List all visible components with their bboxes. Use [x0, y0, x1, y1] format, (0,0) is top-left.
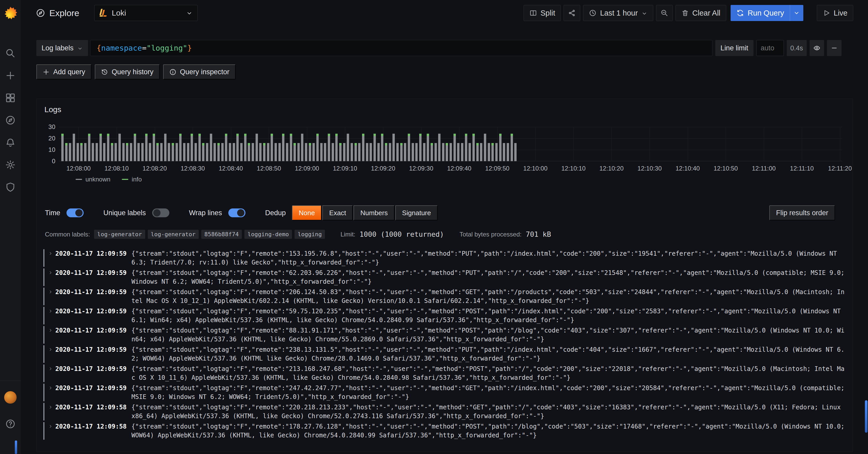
run-query-button[interactable]: Run Query — [731, 5, 803, 21]
clear-all-button[interactable]: Clear All — [676, 5, 726, 21]
sidebar-scrollbar-thumb[interactable] — [15, 441, 17, 454]
live-button[interactable]: Live — [817, 5, 853, 21]
dedup-option-none[interactable]: None — [292, 205, 321, 220]
chevron-right-icon[interactable] — [48, 270, 53, 275]
histogram-bar — [312, 143, 315, 161]
chevron-right-icon[interactable] — [48, 405, 53, 409]
grafana-logo[interactable] — [4, 7, 17, 20]
log-row[interactable]: 2020-11-17 12:09:59{"stream":"stdout","l… — [43, 268, 846, 286]
log-row[interactable]: 2020-11-17 12:09:59{"stream":"stdout","l… — [43, 307, 846, 324]
log-row[interactable]: 2020-11-17 12:09:59{"stream":"stdout","l… — [43, 326, 846, 344]
common-label-badge: logging — [294, 230, 325, 239]
histogram-bar — [183, 143, 185, 161]
log-level-bar — [43, 345, 44, 363]
toggle-switch[interactable] — [228, 208, 245, 217]
histogram-bar — [446, 143, 448, 161]
histogram-bar — [393, 134, 395, 161]
hide-response-button[interactable] — [810, 40, 824, 56]
histogram-bar — [488, 143, 490, 161]
x-tick-label: 12:10:10 — [561, 165, 585, 172]
x-tick-label: 12:09:40 — [447, 165, 471, 172]
search-icon[interactable] — [5, 48, 16, 58]
log-timestamp: 2020-11-17 12:09:59 — [55, 307, 127, 316]
histogram-bar — [252, 143, 254, 161]
legend-item-unknown[interactable]: unknown — [75, 176, 111, 183]
bell-icon[interactable] — [5, 137, 16, 148]
log-row[interactable]: 2020-11-17 12:09:59{"stream":"stdout","l… — [43, 288, 846, 305]
log-timestamp: 2020-11-17 12:09:59 — [55, 345, 127, 354]
log-row[interactable]: 2020-11-17 12:09:58{"stream":"stdout","l… — [43, 422, 846, 440]
histogram-bar — [286, 143, 288, 161]
remove-query-button[interactable] — [827, 40, 841, 56]
time-range-picker[interactable]: Last 1 hour — [583, 5, 653, 21]
log-level-bar — [43, 249, 44, 267]
histogram-bar — [160, 143, 163, 161]
query-syntax-value: "logging" — [147, 43, 187, 53]
gear-icon[interactable] — [5, 160, 16, 170]
help-icon[interactable] — [5, 419, 16, 429]
histogram-bar — [438, 134, 440, 161]
add-query-button[interactable]: Add query — [36, 64, 91, 79]
histogram-bar — [510, 134, 513, 161]
chevron-right-icon[interactable] — [48, 290, 53, 294]
page-scrollbar[interactable] — [865, 29, 867, 454]
log-row[interactable]: 2020-11-17 12:09:59{"stream":"stdout","l… — [43, 384, 846, 401]
minus-icon — [831, 44, 838, 52]
dashboards-icon[interactable] — [5, 93, 16, 103]
compass-icon[interactable] — [5, 115, 16, 125]
chevron-right-icon[interactable] — [48, 309, 53, 313]
chevron-right-icon[interactable] — [48, 424, 53, 428]
query-inspector-button[interactable]: Query inspector — [163, 64, 236, 79]
dedup-option-numbers[interactable]: Numbers — [353, 205, 394, 220]
line-limit-input[interactable] — [756, 40, 784, 56]
chevron-right-icon[interactable] — [48, 386, 53, 390]
logs-controls: TimeUnique labelsWrap lines Dedup NoneEx… — [43, 205, 846, 220]
user-avatar[interactable] — [4, 391, 17, 403]
histogram-bar — [427, 134, 429, 161]
shield-icon[interactable] — [5, 182, 16, 192]
query-options: Line limit 0.4s — [715, 40, 841, 56]
log-line-text: {"stream":"stdout","logtag":"F","remote"… — [131, 422, 846, 440]
chevron-right-icon[interactable] — [48, 251, 53, 256]
page-scrollbar-thumb[interactable] — [865, 400, 867, 433]
query-history-button[interactable]: Query history — [95, 64, 160, 79]
log-row[interactable]: 2020-11-17 12:09:59{"stream":"stdout","l… — [43, 345, 846, 363]
histogram-bar — [118, 134, 121, 161]
log-level-bar — [43, 364, 44, 382]
split-button[interactable]: Split — [524, 5, 561, 21]
log-row[interactable]: 2020-11-17 12:09:58{"stream":"stdout","l… — [43, 403, 846, 421]
query-input[interactable]: {namespace="logging"} — [90, 40, 712, 56]
log-row[interactable]: 2020-11-17 12:09:59{"stream":"stdout","l… — [43, 364, 846, 382]
dedup-option-signature[interactable]: Signature — [395, 205, 438, 220]
chevron-right-icon[interactable] — [48, 366, 53, 371]
toggle-switch[interactable] — [152, 208, 169, 217]
histogram-bar — [172, 143, 174, 161]
gridline — [650, 127, 650, 161]
log-labels-dropdown[interactable]: Log labels — [36, 40, 88, 56]
log-line-text: {"stream":"stdout","logtag":"F","remote"… — [131, 326, 846, 344]
chevron-right-icon[interactable] — [48, 328, 53, 332]
datasource-picker[interactable]: Loki — [94, 5, 198, 21]
logs-meta-row: Common labels: log-generatorlog-generato… — [43, 230, 846, 239]
histogram-bar — [168, 143, 170, 161]
histogram-bar — [271, 134, 273, 161]
dedup-option-exact[interactable]: Exact — [322, 205, 353, 220]
log-level-bar — [43, 268, 44, 286]
run-query-dropdown[interactable] — [790, 5, 803, 21]
x-tick-label: 12:08:00 — [66, 165, 91, 172]
chevron-right-icon[interactable] — [48, 347, 53, 352]
legend-item-info[interactable]: info — [122, 176, 142, 183]
gridline — [59, 127, 842, 127]
toggle-switch[interactable] — [66, 208, 84, 217]
plus-icon[interactable] — [5, 70, 16, 81]
log-line-text: {"stream":"stdout","logtag":"F","remote"… — [131, 403, 846, 421]
datasource-name: Loki — [112, 8, 126, 18]
histogram-bar — [130, 143, 132, 161]
share-button[interactable] — [564, 5, 580, 21]
log-row[interactable]: 2020-11-17 12:09:59{"stream":"stdout","l… — [43, 249, 846, 267]
toggle-label: Time — [45, 209, 60, 217]
histogram-bar — [99, 134, 102, 161]
zoom-out-button[interactable] — [656, 5, 673, 21]
flip-results-order-button[interactable]: Flip results order — [769, 205, 835, 220]
histogram-bar — [290, 134, 292, 161]
